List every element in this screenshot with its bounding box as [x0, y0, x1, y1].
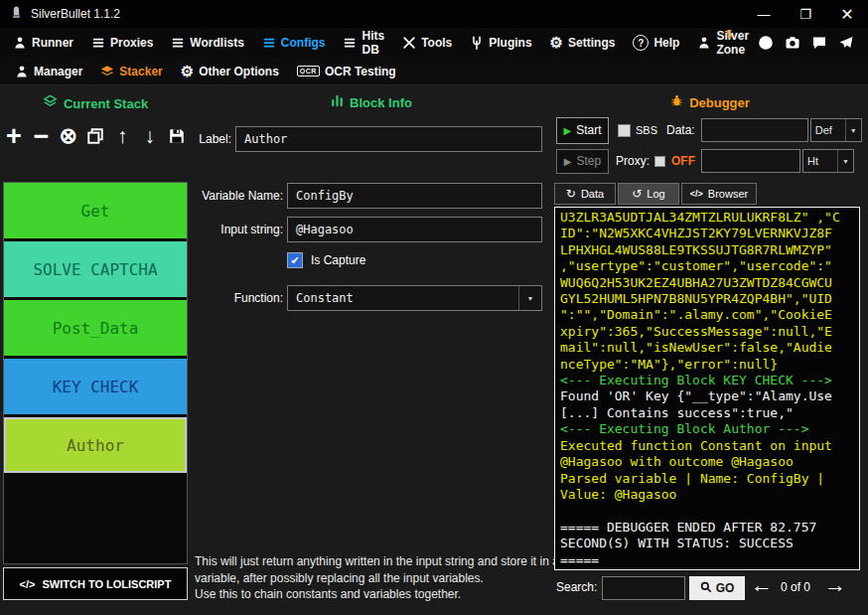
- tab-manager[interactable]: Manager: [6, 58, 91, 84]
- manager-icon: [15, 65, 29, 78]
- play-icon: ▶: [563, 125, 571, 136]
- step-button[interactable]: ▶ Step: [556, 149, 609, 174]
- chat-icon[interactable]: [811, 35, 827, 51]
- log-line: nceType":"MA"},"error":null}: [560, 357, 854, 373]
- log-line: U3ZLR3A5UDTJAL34ZMTZLRULUKRF8LZ" ,"C: [560, 210, 854, 226]
- log-line: ===== DEBUGGER ENDED AFTER 82.757: [560, 520, 854, 536]
- chevron-down-icon: ▼: [837, 150, 853, 172]
- variable-name-input[interactable]: ConfigBy: [287, 183, 542, 209]
- log-line: LPHXHGL4WUS88LE9TKSSUJTG8R7RLWMZYP": [560, 242, 854, 258]
- menu-help[interactable]: ? Help: [624, 28, 688, 58]
- move-down-button[interactable]: ↓: [140, 124, 160, 148]
- log-line: Executed function Constant on input: [560, 438, 854, 454]
- tab-log[interactable]: ↺ Log: [618, 183, 679, 205]
- camera-icon[interactable]: [785, 35, 800, 51]
- switch-to-loliscript-button[interactable]: </> SWITCH TO LOLISCRIPT: [3, 567, 188, 600]
- refresh-icon: ↻: [566, 187, 576, 201]
- log-search-bar: Search: GO ← 0 of 0 →: [552, 575, 868, 601]
- is-capture-label: Is Capture: [311, 253, 365, 267]
- proxy-checkbox[interactable]: [654, 156, 665, 167]
- code-icon: </>: [690, 189, 703, 199]
- menu-silver-zone[interactable]: 5 Silver Zone: [688, 28, 758, 58]
- go-button[interactable]: GO: [689, 576, 745, 600]
- stack-block-post-data[interactable]: Post_Data: [4, 300, 187, 356]
- log-line: mail":null,"isNewUser":false,"Audie: [560, 340, 854, 356]
- minimize-button[interactable]: —: [743, 0, 785, 28]
- tab-stacker[interactable]: Stacker: [91, 58, 171, 84]
- close-button[interactable]: ✕: [826, 0, 868, 28]
- main-menubar: Runner Proxies Wordlists Configs Hits DB…: [0, 28, 868, 58]
- proxy-type-dropdown[interactable]: Ht ▼: [802, 149, 854, 173]
- start-button[interactable]: ▶ Start: [556, 117, 609, 144]
- proxy-type-value: Ht: [803, 155, 837, 167]
- log-line: Parsed variable | Name: ConfigBy |: [560, 471, 854, 487]
- proxy-status: OFF: [671, 154, 695, 168]
- other-options-icon: ⚙: [181, 65, 194, 78]
- block-description: This will just return anything written i…: [195, 553, 560, 603]
- function-dropdown[interactable]: Constant ▼: [287, 285, 542, 311]
- clone-block-button[interactable]: [85, 127, 105, 145]
- sbs-checkbox[interactable]: [618, 124, 631, 137]
- stack-header: Current Stack: [0, 94, 191, 112]
- menu-hits-db[interactable]: Hits DB: [334, 28, 393, 58]
- is-capture-checkbox[interactable]: ✔: [287, 252, 303, 268]
- debugger-panel: Debugger ▶ Start SBS Data: Def ▼ ▶ Step …: [552, 84, 868, 615]
- data-type-dropdown[interactable]: Def ▼: [810, 118, 862, 142]
- menu-settings[interactable]: ⚙ Settings: [541, 28, 625, 58]
- hits-db-icon: [343, 36, 357, 50]
- log-line: ":"","Domain":".alamy.com","CookieE: [560, 307, 854, 323]
- stack-block-solve-captcha[interactable]: SOLVE CAPTCHA: [4, 241, 187, 297]
- chevron-down-icon: ▼: [845, 119, 861, 141]
- history-icon[interactable]: [758, 35, 774, 51]
- menu-plugins[interactable]: Plugins: [461, 28, 540, 58]
- log-line: [560, 503, 854, 519]
- add-block-button[interactable]: +: [4, 121, 24, 152]
- log-line: [...] Contains success":true,": [560, 405, 854, 421]
- data-input[interactable]: [701, 118, 808, 142]
- search-input[interactable]: [602, 576, 685, 600]
- block-info-icon: [331, 94, 344, 110]
- maximize-button[interactable]: ❐: [785, 0, 826, 28]
- log-line: Found 'OR' Key {"__type":"Alamy.Use: [560, 388, 854, 404]
- stack-toolbar: + − ⊗ ↑ ↓: [4, 120, 187, 152]
- function-value: Constant: [288, 291, 518, 305]
- plugins-icon: [470, 36, 484, 50]
- tab-browser[interactable]: </> Browser: [681, 183, 757, 205]
- window-title: SilverBullet 1.1.2: [31, 7, 120, 21]
- menu-proxies[interactable]: Proxies: [82, 28, 162, 58]
- move-up-button[interactable]: ↑: [112, 124, 132, 148]
- stack-block-author[interactable]: Author: [4, 417, 187, 473]
- prev-result-arrow-icon[interactable]: ←: [751, 572, 773, 598]
- debugger-bug-icon: [670, 94, 683, 110]
- disable-block-button[interactable]: ⊗: [59, 123, 78, 149]
- log-line: <--- Executing Block Author --->: [560, 421, 854, 437]
- menu-wordlists[interactable]: Wordlists: [162, 28, 252, 58]
- log-line: =====: [560, 552, 854, 568]
- ocr-icon: OCR: [297, 66, 320, 77]
- tab-other-options[interactable]: ⚙ Other Options: [172, 58, 288, 84]
- code-icon: </>: [20, 578, 36, 590]
- silver-zone-icon: [697, 36, 711, 50]
- input-string-input[interactable]: @Hagasoo: [287, 217, 542, 242]
- proxy-input[interactable]: [701, 149, 800, 173]
- settings-icon: ⚙: [550, 36, 563, 50]
- input-string-label: Input string:: [191, 223, 283, 236]
- step-icon: ▶: [564, 156, 572, 167]
- block-stack-list: Get SOLVE CAPTCHA Post_Data KEY CHECK Au…: [3, 182, 188, 564]
- menu-runner[interactable]: Runner: [4, 28, 82, 58]
- save-stack-button[interactable]: [167, 127, 187, 145]
- block-info-header: Block Info: [191, 94, 552, 110]
- log-line: ID":"N2W5XKC4VHZJST2KY79LVERNKVJZ8F: [560, 226, 854, 241]
- chevron-down-icon: ▼: [518, 286, 541, 310]
- stack-block-key-check[interactable]: KEY CHECK: [4, 359, 187, 414]
- label-field-input[interactable]: Author: [235, 126, 542, 152]
- menu-tools[interactable]: Tools: [393, 28, 461, 58]
- menu-configs[interactable]: Configs: [253, 28, 335, 58]
- tab-data[interactable]: ↻ Data: [554, 183, 616, 205]
- next-result-arrow-icon[interactable]: →: [824, 572, 846, 598]
- remove-block-button[interactable]: −: [31, 121, 51, 152]
- telegram-icon[interactable]: [838, 35, 854, 51]
- tab-ocr-testing[interactable]: OCR OCR Testing: [288, 58, 405, 84]
- debug-log[interactable]: U3ZLR3A5UDTJAL34ZMTZLRULUKRF8LZ" ,"C ID"…: [554, 207, 860, 570]
- stack-block-get[interactable]: Get: [4, 183, 187, 238]
